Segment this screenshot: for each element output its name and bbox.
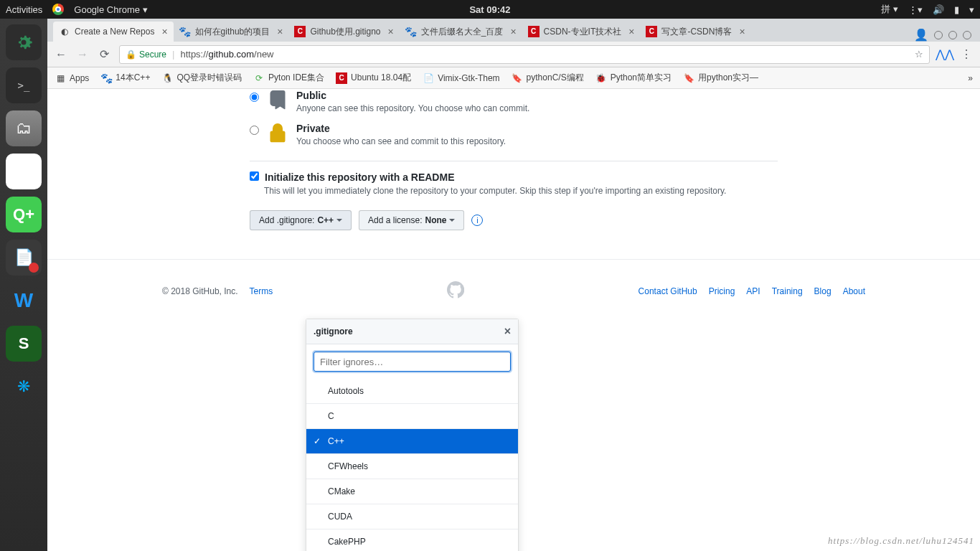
init-readme-row[interactable]: Initialize this repository with a README — [250, 171, 778, 183]
lock-icon: 🔒 — [126, 50, 136, 60]
input-method[interactable]: 拼 ▾ — [881, 3, 898, 16]
footer-link[interactable]: Pricing — [709, 286, 735, 296]
baidu-icon: 🐾 — [179, 26, 191, 37]
dropdown-item[interactable]: Autotools — [306, 379, 518, 404]
bookmark-item[interactable]: 📄Vimix-Gtk-Them — [423, 72, 499, 84]
bookmark-item[interactable]: 🔖用python实习— — [683, 72, 758, 84]
bookmark-item[interactable]: 🐾14本C++ — [100, 72, 150, 84]
minimize-icon[interactable] — [934, 31, 943, 39]
add-gitignore-button[interactable]: Add .gitignore: C++ — [250, 210, 352, 230]
close-window-icon[interactable] — [963, 31, 971, 39]
chrome-icon — [52, 4, 64, 15]
visibility-private-row[interactable]: PrivateYou choose who can see and commit… — [250, 118, 778, 151]
bookmark-item[interactable]: 🐞Python简单实习 — [595, 72, 672, 84]
menu-icon[interactable]: ⋮ — [960, 48, 973, 61]
private-radio[interactable] — [250, 126, 259, 135]
footer-link[interactable]: API — [746, 286, 760, 296]
clock[interactable]: Sat 09:42 — [469, 4, 510, 15]
battery-icon[interactable]: ▮ — [954, 4, 959, 15]
close-icon[interactable]: × — [510, 26, 516, 37]
footer-link[interactable]: Training — [772, 286, 803, 296]
power-icon[interactable]: ▾ — [969, 4, 974, 15]
page-footer: © 2018 GitHub, Inc. Terms Contact GitHub… — [47, 259, 980, 322]
bookmark-item[interactable]: 🐧QQ登录时错误码 — [161, 72, 242, 84]
terminal-launcher-icon[interactable] — [6, 67, 42, 103]
baidu-icon: 🐾 — [405, 26, 417, 37]
blue-app-icon[interactable]: ❋ — [6, 369, 42, 405]
close-icon[interactable]: × — [161, 26, 167, 37]
init-readme-help: This will let you immediately clone the … — [264, 186, 778, 196]
footer-link[interactable]: Blog — [814, 286, 831, 296]
extension-icon[interactable]: ⋀⋀ — [938, 48, 951, 61]
settings-launcher-icon[interactable] — [6, 24, 42, 60]
app-red-badge-icon[interactable]: 📄 — [6, 240, 42, 276]
init-readme-label: Initialize this repository with a README — [265, 171, 454, 183]
footer-link[interactable]: Contact GitHub — [639, 286, 697, 296]
volume-icon[interactable]: 🔊 — [933, 4, 944, 15]
back-icon[interactable]: ← — [55, 48, 67, 61]
bookmark-item[interactable]: 🔖pythonC/S编程 — [512, 72, 584, 84]
url-input[interactable]: 🔒Secure | https://github.com/new ☆ — [119, 45, 930, 64]
bookmarks-overflow[interactable]: » — [968, 73, 973, 83]
tab-title: 写文章-CSDN博客 — [661, 26, 732, 38]
init-readme-checkbox[interactable] — [250, 171, 259, 181]
show-apps-icon[interactable] — [6, 507, 42, 542]
star-icon[interactable]: ☆ — [915, 49, 923, 60]
dropdown-title: .gitignore — [314, 326, 353, 336]
csdn-icon: C — [336, 72, 347, 84]
baidu-icon: 🐾 — [100, 72, 112, 84]
app-menu[interactable]: Google Chrome ▾ — [74, 4, 147, 15]
close-icon[interactable]: × — [628, 26, 634, 37]
activities-button[interactable]: Activities — [6, 4, 42, 15]
visibility-public-row[interactable]: PublicAnyone can see this repository. Yo… — [250, 89, 778, 118]
tab-3[interactable]: 🐾文件后缀名大全_百度× — [400, 22, 522, 42]
close-icon[interactable]: × — [504, 325, 511, 338]
url-text: https://github.com/new — [180, 49, 273, 60]
tab-title: 文件后缀名大全_百度 — [421, 26, 504, 38]
dropdown-item[interactable]: CFWheels — [306, 454, 518, 479]
dropdown-item[interactable]: CakePHP — [306, 529, 518, 551]
s-launcher-icon[interactable]: S — [6, 326, 42, 362]
dropdown-item[interactable]: CUDA — [306, 504, 518, 529]
info-icon[interactable]: i — [471, 215, 483, 226]
files-launcher-icon[interactable]: 🗂 — [6, 110, 42, 146]
bookmark-item[interactable]: CUbuntu 18.04配 — [336, 72, 411, 84]
reload-icon[interactable]: ⟳ — [98, 48, 110, 61]
profile-icon[interactable]: 👤 — [914, 28, 928, 42]
forward-icon: → — [76, 48, 89, 61]
filter-input[interactable] — [314, 352, 511, 372]
caret-down-icon — [449, 219, 455, 225]
footer-link[interactable]: About — [843, 286, 865, 296]
tab-1[interactable]: 🐾如何在github的项目× — [174, 22, 289, 42]
public-radio[interactable] — [250, 93, 259, 102]
dropdown-list[interactable]: Autotools C C++ CFWheels CMake CUDA Cake… — [306, 379, 518, 551]
link-icon: 📄 — [423, 72, 434, 84]
github-mark-icon[interactable] — [447, 281, 464, 301]
wifi-icon[interactable]: ⋮▾ — [908, 4, 923, 15]
microsoft-launcher-icon[interactable] — [6, 154, 42, 189]
apps-button[interactable]: ▦Apps — [55, 72, 89, 84]
tab-0[interactable]: ◐Create a New Repos× — [53, 22, 174, 42]
qt-launcher-icon[interactable]: Q+ — [6, 197, 42, 232]
close-icon[interactable]: × — [277, 26, 283, 37]
add-license-button[interactable]: Add a license: None — [359, 210, 464, 230]
gitignore-dropdown: .gitignore× Autotools C C++ CFWheels CMa… — [306, 319, 519, 551]
secure-badge[interactable]: 🔒Secure — [126, 50, 166, 60]
dropdown-item[interactable]: CMake — [306, 479, 518, 504]
close-icon[interactable]: × — [388, 26, 394, 37]
maximize-icon[interactable] — [948, 31, 957, 39]
dropdown-item-selected[interactable]: C++ — [306, 429, 518, 454]
csdn-icon: C — [528, 26, 540, 37]
page-content: PublicAnyone can see this repository. Yo… — [47, 89, 980, 551]
github-icon: ◐ — [59, 26, 70, 37]
footer-link-terms[interactable]: Terms — [250, 286, 273, 296]
bookmark-item[interactable]: ⟳Pyton IDE集合 — [253, 72, 324, 84]
close-icon[interactable]: × — [739, 26, 745, 37]
tab-5[interactable]: C写文章-CSDN博客× — [640, 22, 750, 42]
tab-2[interactable]: CGithub使用.gitigno× — [288, 22, 399, 42]
tab-title: CSDN-专业IT技术社 — [544, 26, 622, 38]
tab-4[interactable]: CCSDN-专业IT技术社× — [522, 22, 641, 42]
dropdown-item[interactable]: C — [306, 404, 518, 429]
public-label: Public — [296, 90, 326, 101]
wps-launcher-icon[interactable]: W — [6, 283, 42, 319]
